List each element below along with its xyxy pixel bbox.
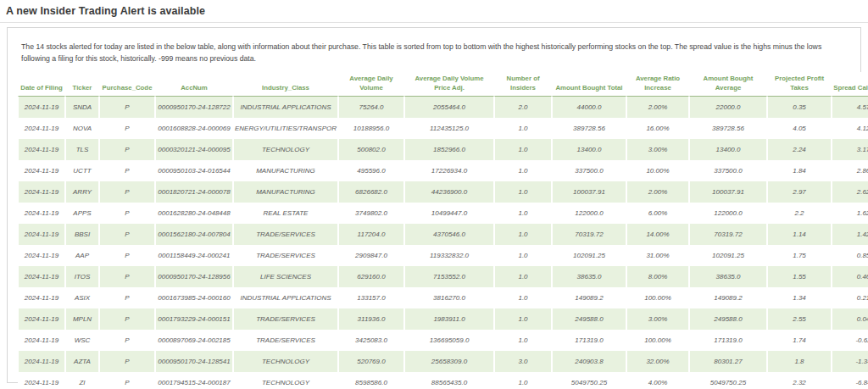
table-cell: 2.97	[767, 181, 832, 203]
table-cell: 2024-11-19	[18, 118, 65, 139]
table-cell: NOVA	[65, 118, 99, 139]
intro-text: The 14 stocks alerted for today are list…	[21, 41, 852, 64]
table-cell: ZI	[65, 372, 99, 389]
table-cell: 4370546.0	[404, 224, 494, 245]
table-cell: 389728.56	[689, 118, 767, 139]
table-cell: 22000.0	[689, 97, 767, 118]
table-cell: 112435125.0	[404, 118, 494, 139]
table-row: 2024-11-19AAPP0001158449-24-000241TRADE/…	[18, 245, 868, 266]
table-cell: 3.00%	[626, 308, 689, 330]
table-cell: 25658309.0	[404, 351, 494, 372]
table-cell: ITOS	[65, 266, 99, 287]
table-cell: 136695059.0	[404, 330, 494, 351]
table-cell: 389728.56	[552, 118, 626, 139]
table-cell: UCTT	[65, 160, 99, 181]
table-cell: 70319.72	[689, 224, 767, 245]
table-cell: REAL ESTATE	[233, 203, 338, 224]
table-cell: TRADE/SERVICES	[233, 245, 338, 266]
table-cell: 133157.0	[338, 287, 404, 308]
table-cell: P	[99, 351, 155, 372]
table-cell: 2024-11-19	[18, 287, 65, 308]
table-cell: 6826682.0	[338, 181, 404, 203]
table-cell: 1.0	[494, 245, 552, 266]
table-cell: 0.35	[767, 97, 832, 118]
table-cell: 14.00%	[626, 224, 689, 245]
table-cell: 4.57	[832, 97, 868, 118]
table-cell: 16.00%	[626, 118, 689, 139]
table-cell: TLS	[65, 139, 99, 160]
table-cell: 0001608828-24-000069	[155, 118, 233, 139]
column-header-average-daily-volume-price-adj: Average Daily Volume Price Adj.	[404, 72, 494, 97]
table-cell: 0.04	[832, 308, 868, 330]
table-cell: 0000320121-24-000095	[155, 139, 233, 160]
table-cell: MANUFACTURING	[233, 181, 338, 203]
table-cell: 1.0	[494, 330, 552, 351]
column-header-number-of-insiders: Number of Insiders	[494, 72, 552, 97]
column-header-amount-bought-total: Amount Bought Total	[552, 72, 626, 97]
table-cell: 1.62	[832, 203, 868, 224]
table-cell: 1.74	[767, 330, 832, 351]
table-cell: 249588.0	[689, 308, 767, 330]
table-cell: 88565435.0	[404, 372, 494, 389]
table-cell: 2.24	[767, 139, 832, 160]
table-cell: 5049750.25	[689, 372, 767, 389]
table-cell: TRADE/SERVICES	[233, 224, 338, 245]
table-cell: 2024-11-19	[18, 351, 65, 372]
table-cell: 2055464.0	[404, 97, 494, 118]
table-cell: 1.0	[494, 203, 552, 224]
column-header-purchase-code: Purchase_Code	[99, 72, 155, 97]
table-cell: 1852966.0	[404, 139, 494, 160]
table-cell: 2024-11-19	[18, 330, 65, 351]
table-cell: 8598586.0	[338, 372, 404, 389]
table-row: 2024-11-19ITOSP0000950170-24-128956LIFE …	[18, 266, 868, 287]
table-cell: 13400.0	[552, 139, 626, 160]
table-cell: 3816270.0	[404, 287, 494, 308]
table-cell: P	[99, 203, 155, 224]
table-cell: 0001673985-24-000160	[155, 287, 233, 308]
column-header-spread-calculation: Spread Calculation	[832, 72, 868, 97]
column-header-industry-class: Industry_Class	[233, 72, 338, 97]
table-cell: 100037.91	[689, 181, 767, 203]
table-cell: 249588.0	[552, 308, 626, 330]
table-cell: 4.00%	[626, 372, 689, 389]
table-cell: AZTA	[65, 351, 99, 372]
table-cell: 2024-11-19	[18, 160, 65, 181]
table-cell: 2.32	[767, 372, 832, 389]
table-cell: 10188956.0	[338, 118, 404, 139]
alert-banner: A new Insider Trading Alert is available	[0, 0, 868, 23]
table-cell: 44000.0	[552, 97, 626, 118]
table-cell: P	[99, 181, 155, 203]
table-cell: P	[99, 118, 155, 139]
table-cell: 122000.0	[552, 203, 626, 224]
table-cell: 2909847.0	[338, 245, 404, 266]
table-cell: 1.0	[494, 287, 552, 308]
column-header-ticker: Ticker	[65, 72, 99, 97]
table-cell: INDUSTRIAL APPLICATIONS	[233, 97, 338, 118]
table-cell: AAP	[65, 245, 99, 266]
table-cell: 3.0	[494, 351, 552, 372]
table-cell: 171319.0	[689, 330, 767, 351]
table-cell: LIFE SCIENCES	[233, 266, 338, 287]
table-cell: 1.0	[494, 118, 552, 139]
table-row: 2024-11-19APPSP0001628280-24-048448REAL …	[18, 203, 868, 224]
table-cell: TRADE/SERVICES	[233, 308, 338, 330]
table-row: 2024-11-19BBSIP0001562180-24-007804TRADE…	[18, 224, 868, 245]
table-cell: P	[99, 266, 155, 287]
content-card: The 14 stocks alerted for today are list…	[7, 27, 861, 383]
table-cell: TECHNOLOGY	[233, 139, 338, 160]
table-cell: ENERGY/UTILITIES/TRANSPORT	[233, 118, 338, 139]
table-cell: 2024-11-19	[18, 97, 65, 118]
column-header-average-daily-volume: Average Daily Volume	[338, 72, 404, 97]
table-cell: 0001820721-24-000078	[155, 181, 233, 203]
table-cell: TECHNOLOGY	[233, 351, 338, 372]
table-cell: TRADE/SERVICES	[233, 330, 338, 351]
table-cell: 0000950170-24-128541	[155, 351, 233, 372]
table-cell: 0000950103-24-016544	[155, 160, 233, 181]
table-cell: 5049750.25	[552, 372, 626, 389]
table-cell: 3425083.0	[338, 330, 404, 351]
table-cell: 520769.0	[338, 351, 404, 372]
table-cell: P	[99, 160, 155, 181]
table-cell: 8.00%	[626, 266, 689, 287]
table-cell: ARRY	[65, 181, 99, 203]
table-cell: 311936.0	[338, 308, 404, 330]
